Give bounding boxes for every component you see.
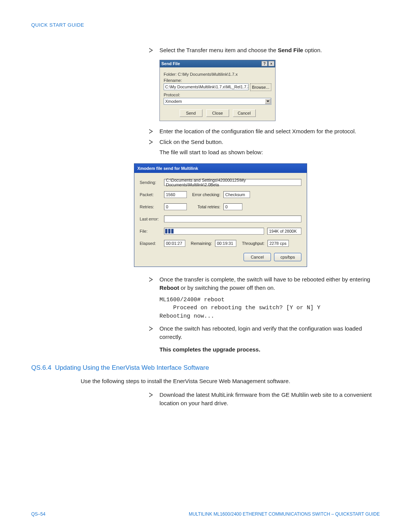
text: or by switching the power off then on. xyxy=(179,284,275,291)
last-error-value xyxy=(164,216,301,222)
close-icon[interactable]: × xyxy=(268,61,274,66)
chevron-down-icon[interactable] xyxy=(265,99,271,104)
step-text: Click on the Send button. xyxy=(159,138,380,146)
elapsed-label: Elapsed: xyxy=(140,241,161,246)
page-header: QUICK START GUIDE xyxy=(31,22,380,28)
protocol-label: Protocol: xyxy=(164,93,271,97)
sending-value: C:\Documents and Settings\420000125\My D… xyxy=(164,179,301,186)
elapsed-value: 00:01:27 xyxy=(164,240,185,247)
step-3-sub: The file will start to load as shown bel… xyxy=(159,148,380,157)
filename-label: Filename: xyxy=(164,78,271,83)
text-bold: Send File xyxy=(278,47,303,53)
bullet-icon xyxy=(149,46,156,54)
browse-button[interactable]: Browse... xyxy=(250,83,271,91)
cps-button[interactable]: cps/bps xyxy=(274,253,301,261)
retries-label: Retries: xyxy=(140,204,161,209)
file-label: File: xyxy=(140,229,161,233)
dialog-title: Send File xyxy=(161,61,261,66)
text: Select the Transfer menu item and choose… xyxy=(159,47,278,53)
step-text: Once the transfer is complete, the switc… xyxy=(159,275,380,292)
folder-line: Folder: C:\My Documents\Multilink\1.7.x xyxy=(164,72,271,77)
packet-label: Packet: xyxy=(140,192,161,197)
bullet-icon xyxy=(149,275,156,292)
step-6: Download the latest MultiLink firmware f… xyxy=(149,391,380,407)
cancel-button[interactable]: Cancel xyxy=(244,253,271,261)
filename-input[interactable]: C:\My Documents\Multilink\1.7.x\ML_Rel1.… xyxy=(164,83,249,90)
total-retries-label: Total retries: xyxy=(190,204,220,209)
throughput-value: 2278 cps xyxy=(268,240,289,247)
step-text: Select the Transfer menu item and choose… xyxy=(159,46,380,54)
step-text: Enter the location of the configuration … xyxy=(159,127,380,136)
bullet-icon xyxy=(149,391,156,407)
dialog-title: Xmodem file send for Multilink xyxy=(134,164,307,173)
error-checking-label: Error checking: xyxy=(190,192,220,197)
remaining-label: Remaining: xyxy=(188,241,212,246)
step-2: Enter the location of the configuration … xyxy=(149,127,380,136)
total-retries-value: 0 xyxy=(223,203,242,210)
dropdown-value: Xmodem xyxy=(165,99,182,104)
code-line: Rebooting now... xyxy=(159,312,380,321)
text: Once the transfer is complete, the switc… xyxy=(159,276,370,283)
send-button[interactable]: Send xyxy=(180,109,202,117)
text: option. xyxy=(303,47,322,53)
page-number: QS–54 xyxy=(31,511,45,517)
throughput-label: Throughput: xyxy=(239,241,264,246)
error-checking-value: Checksum xyxy=(223,191,250,198)
section-heading: QS.6.4 Updating Using the EnerVista Web … xyxy=(31,364,380,372)
step-1: Select the Transfer menu item and choose… xyxy=(149,46,380,54)
complete-note: This completes the upgrade process. xyxy=(159,346,380,353)
code-line: ML1600/2400# reboot xyxy=(159,296,380,304)
packet-value: 1560 xyxy=(164,191,187,198)
bullet-icon xyxy=(149,138,156,146)
last-error-label: Last error: xyxy=(140,217,161,221)
bullet-icon xyxy=(149,324,156,341)
file-of-value: 194K of 2800K xyxy=(267,228,301,235)
close-button[interactable]: Close xyxy=(206,109,229,117)
cancel-button[interactable]: Cancel xyxy=(233,109,256,117)
remaining-value: 00:19:31 xyxy=(215,240,236,247)
help-icon[interactable]: ? xyxy=(261,61,268,66)
text-bold: Reboot xyxy=(159,284,179,291)
dialog-titlebar: Send File ? × xyxy=(160,60,275,67)
protocol-dropdown[interactable]: Xmodem xyxy=(164,98,271,105)
section-title: Updating Using the EnerVista Web Interfa… xyxy=(55,364,209,371)
footer-title: MULTILINK ML1600/2400 ETHERNET COMMUNICA… xyxy=(189,511,380,517)
step-4: Once the transfer is complete, the switc… xyxy=(149,275,380,292)
code-line: Proceed on rebooting the switch? [Y or N… xyxy=(159,304,380,312)
bullet-icon xyxy=(149,127,156,136)
step-text: Download the latest MultiLink firmware f… xyxy=(159,391,380,407)
progress-bar xyxy=(164,228,264,235)
step-5: Once the switch has rebooted, login and … xyxy=(149,324,380,341)
step-3: Click on the Send button. xyxy=(149,138,380,146)
xmodem-dialog: Xmodem file send for Multilink Sending: … xyxy=(134,163,307,267)
page-footer: QS–54 MULTILINK ML1600/2400 ETHERNET COM… xyxy=(31,511,380,517)
section-intro: Use the following steps to install the E… xyxy=(81,377,380,385)
section-number: QS.6.4 xyxy=(31,364,51,371)
send-file-dialog: Send File ? × Folder: C:\My Documents\Mu… xyxy=(159,60,276,121)
code-block: ML1600/2400# reboot Proceed on rebooting… xyxy=(159,296,380,321)
sending-label: Sending: xyxy=(140,180,161,185)
step-text: Once the switch has rebooted, login and … xyxy=(159,324,380,341)
retries-value: 0 xyxy=(164,203,187,210)
